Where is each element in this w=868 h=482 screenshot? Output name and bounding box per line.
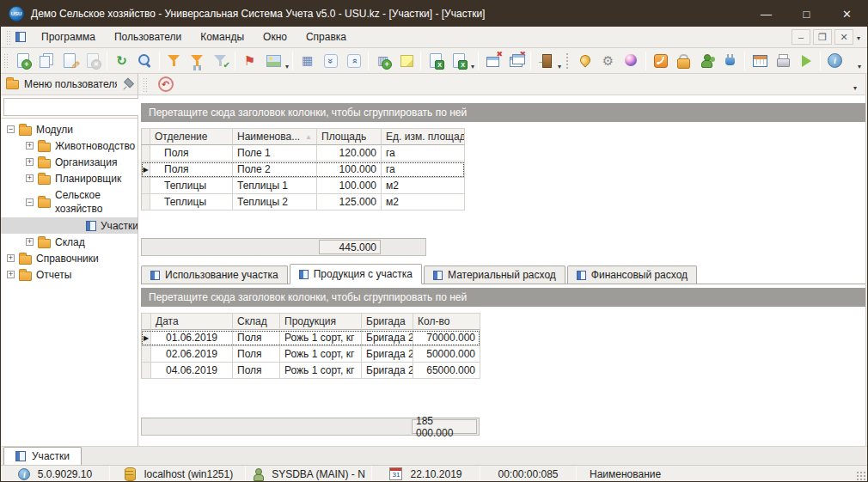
settings-button[interactable]: ⚙ xyxy=(596,50,620,72)
collapse-icon[interactable] xyxy=(26,198,34,206)
tree-item-planirovschik[interactable]: Планировщик xyxy=(1,170,138,186)
column-header-brigada[interactable]: Бригада xyxy=(362,313,413,330)
plugin-button[interactable] xyxy=(718,50,742,72)
sidebar-search-input[interactable] xyxy=(3,98,145,116)
calendar-icon: 31 xyxy=(389,467,402,480)
row-indicator-header xyxy=(141,128,150,145)
menu-spravka[interactable]: Справка xyxy=(297,28,355,46)
exit-button[interactable] xyxy=(534,50,557,72)
upper-grid-row[interactable]: Теплицы Теплицы 1 100.000 м2 xyxy=(141,178,465,194)
user-icon xyxy=(252,467,264,480)
collapse-all-button[interactable]: » xyxy=(319,50,342,72)
delete-record-button[interactable] xyxy=(81,50,104,72)
lower-grid-row[interactable]: 04.06.2019 Поля Рожь 1 сорт, кг Бригада … xyxy=(141,363,480,379)
minimize-button[interactable]: — xyxy=(746,1,786,27)
drag-handle-icon[interactable] xyxy=(6,30,10,45)
menubar-overflow-caret-icon[interactable]: ▾ xyxy=(856,34,861,45)
menu-okno[interactable]: Окно xyxy=(254,28,296,46)
lock-button[interactable] xyxy=(672,50,695,72)
column-header-ploschad[interactable]: Площадь xyxy=(317,128,382,145)
tab-ispolzovanie-uchastka[interactable]: Использование участка xyxy=(141,265,288,284)
column-chooser-button[interactable]: ▦ xyxy=(296,50,319,72)
lower-grid-row[interactable]: 02.06.2019 Поля Рожь 1 сорт, кг Бригада … xyxy=(141,346,480,363)
menu-programma[interactable]: Программа xyxy=(33,28,104,46)
tree-item-uchastki[interactable]: Участки xyxy=(1,217,138,234)
info-button[interactable] xyxy=(823,50,847,72)
menu-komandy[interactable]: Команды xyxy=(192,28,253,46)
mdi-restore-button[interactable]: ❐ xyxy=(813,29,832,45)
export-excel-button[interactable] xyxy=(424,50,447,72)
exit-dropdown-caret-icon[interactable]: ▾ xyxy=(557,63,562,73)
expand-icon[interactable] xyxy=(26,142,34,149)
edit-record-button[interactable] xyxy=(58,50,81,72)
drag-handle-icon[interactable] xyxy=(3,53,8,68)
theme-button[interactable] xyxy=(620,50,643,72)
close-window-button[interactable]: ✖ xyxy=(481,50,504,72)
table-view-button[interactable] xyxy=(748,50,771,72)
mdi-child-icon[interactable] xyxy=(15,32,26,42)
expand-icon[interactable] xyxy=(7,271,15,278)
column-header-otdelenie[interactable]: Отделение xyxy=(150,128,233,145)
refresh-button[interactable]: ↻ xyxy=(110,50,133,72)
expand-icon[interactable] xyxy=(26,158,34,166)
upper-grid-row-selected[interactable]: ▶ Поля Поле 2 100.000 га xyxy=(141,162,465,178)
mdi-close-button[interactable]: ✕ xyxy=(834,29,853,45)
upper-grid-row[interactable]: Теплицы Теплицы 2 125.000 м2 xyxy=(141,194,465,210)
undo-button[interactable]: ↶ xyxy=(154,73,177,95)
filter-apply-button[interactable]: ✔ xyxy=(209,50,232,72)
tab-materialnyy-raskhod[interactable]: Материальный расход xyxy=(424,265,565,284)
add-column-button[interactable]: ▥ xyxy=(371,50,394,72)
image-dropdown-caret-icon[interactable]: ▾ xyxy=(284,63,290,73)
resize-grip-icon[interactable] xyxy=(856,471,865,480)
column-header-sklad[interactable]: Склад xyxy=(233,313,280,330)
tree-item-sklad[interactable]: Склад xyxy=(1,234,138,250)
column-header-data[interactable]: Дата xyxy=(151,313,233,330)
print-button[interactable] xyxy=(771,50,794,72)
close-all-windows-button[interactable]: ✖ xyxy=(504,50,528,72)
maximize-button[interactable]: □ xyxy=(786,1,827,27)
column-header-produktsiya[interactable]: Продукция xyxy=(280,313,362,330)
run-button[interactable] xyxy=(794,50,817,72)
column-header-naimenovanie[interactable]: Наименова...▲ xyxy=(233,128,317,145)
tree-item-otchety[interactable]: Отчеты xyxy=(1,266,138,283)
tab-finansovyy-raskhod[interactable]: Финансовый расход xyxy=(567,265,697,284)
expand-all-button[interactable]: » xyxy=(342,50,365,72)
upper-grid-row[interactable]: Поля Поле 1 120.000 га xyxy=(141,145,465,162)
expand-icon[interactable] xyxy=(26,238,34,246)
lower-grid-row-selected[interactable]: ▶ 01.06.2019 Поля Рожь 1 сорт, кг Бригад… xyxy=(141,330,480,346)
column-header-kolvo[interactable]: Кол-во xyxy=(413,313,480,330)
tree-item-organizatsiya[interactable]: Организация xyxy=(1,154,138,170)
expand-icon[interactable] xyxy=(26,174,34,182)
filter-button[interactable] xyxy=(162,50,186,72)
add-record-button[interactable] xyxy=(11,50,34,72)
tree-item-zhivotnovodstvo[interactable]: Животноводство xyxy=(1,137,138,154)
pin-icon[interactable] xyxy=(122,78,133,90)
toolbar-overflow-caret-icon[interactable]: ▾ xyxy=(857,63,865,73)
users-button[interactable] xyxy=(695,50,718,72)
close-button[interactable]: ✕ xyxy=(827,1,867,27)
collapse-icon[interactable] xyxy=(7,125,15,133)
import-excel-dropdown-caret-icon[interactable]: ▾ xyxy=(470,63,475,73)
flag-button[interactable]: ⚑ xyxy=(238,50,261,72)
map-pin-button[interactable] xyxy=(573,50,596,72)
image-button[interactable] xyxy=(261,50,284,72)
current-row-arrow-icon: ▶ xyxy=(142,166,150,174)
mdi-minimize-button[interactable]: – xyxy=(792,29,810,45)
tree-item-spravochniki[interactable]: Справочники xyxy=(1,250,138,266)
menu-polzovateli[interactable]: Пользователи xyxy=(106,28,190,46)
copy-record-button[interactable] xyxy=(34,50,58,72)
filter-edit-button[interactable] xyxy=(186,50,209,72)
import-excel-button[interactable] xyxy=(447,50,470,72)
toolbar2-overflow-caret-icon[interactable]: ▾ xyxy=(853,84,862,95)
search-button[interactable] xyxy=(133,50,156,72)
tree-item-selskoe-khozyaystvo[interactable]: Сельское хозяйство xyxy=(1,186,138,217)
mdi-tab-uchastki[interactable]: Участки xyxy=(3,447,82,465)
column-header-ed-izm[interactable]: Ед. изм. площади xyxy=(382,128,465,145)
expand-icon[interactable] xyxy=(7,254,15,262)
folder-icon xyxy=(19,255,32,265)
drag-handle-icon[interactable] xyxy=(143,77,147,92)
rss-button[interactable] xyxy=(649,50,672,72)
note-button[interactable] xyxy=(394,50,418,72)
tree-item-moduli[interactable]: Модули xyxy=(1,121,138,137)
tab-produktsiya-s-uchastka[interactable]: Продукция с участка xyxy=(290,264,422,284)
